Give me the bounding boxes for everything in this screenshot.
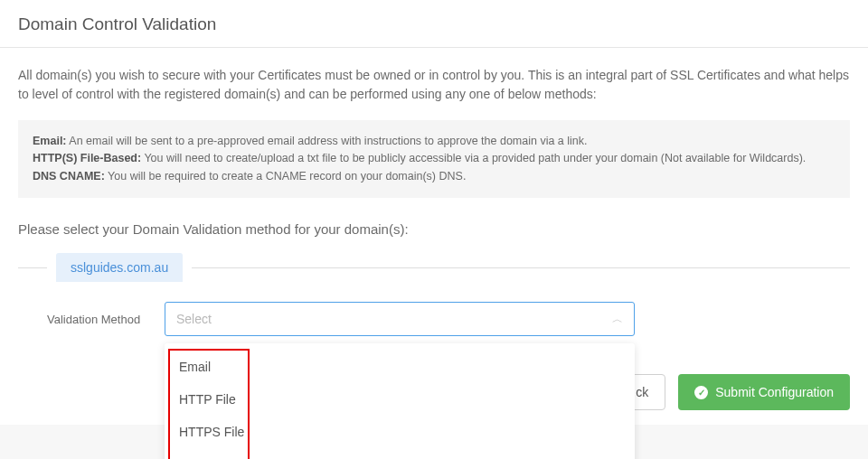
validation-method-label: Validation Method — [47, 313, 165, 326]
method-http-desc: You will need to create/upload a txt fil… — [144, 152, 806, 164]
select-placeholder: Select — [176, 312, 212, 326]
divider-left — [18, 267, 47, 268]
validation-method-dropdown: Email HTTP File HTTPS File CNAME — [165, 343, 635, 459]
divider-right — [192, 267, 850, 268]
page-title: Domain Control Validation — [0, 0, 868, 47]
intro-text: All domain(s) you wish to secure with yo… — [0, 48, 868, 104]
submit-button-label: Submit Configuration — [715, 385, 834, 399]
domain-tab[interactable]: sslguides.com.au — [56, 253, 183, 282]
select-prompt: Please select your Domain Validation met… — [0, 221, 868, 253]
method-email-desc: An email will be sent to a pre-approved … — [69, 135, 587, 147]
dropdown-option-cname[interactable]: CNAME — [165, 448, 635, 459]
method-email-label: Email: — [33, 135, 67, 147]
dropdown-option-https-file[interactable]: HTTPS File — [165, 416, 635, 448]
submit-configuration-button[interactable]: ✓ Submit Configuration — [678, 374, 850, 410]
validation-method-select[interactable]: Select ︿ — [165, 302, 635, 336]
check-circle-icon: ✓ — [694, 386, 708, 399]
method-dns-label: DNS CNAME: — [33, 170, 105, 183]
chevron-up-icon: ︿ — [612, 312, 623, 327]
methods-infobox: Email: An email will be sent to a pre-ap… — [18, 120, 850, 198]
method-http-label: HTTP(S) File-Based: — [33, 152, 141, 164]
dropdown-option-http-file[interactable]: HTTP File — [165, 383, 635, 416]
dropdown-option-email[interactable]: Email — [165, 351, 635, 383]
method-dns-desc: You will be required to create a CNAME r… — [108, 170, 466, 183]
